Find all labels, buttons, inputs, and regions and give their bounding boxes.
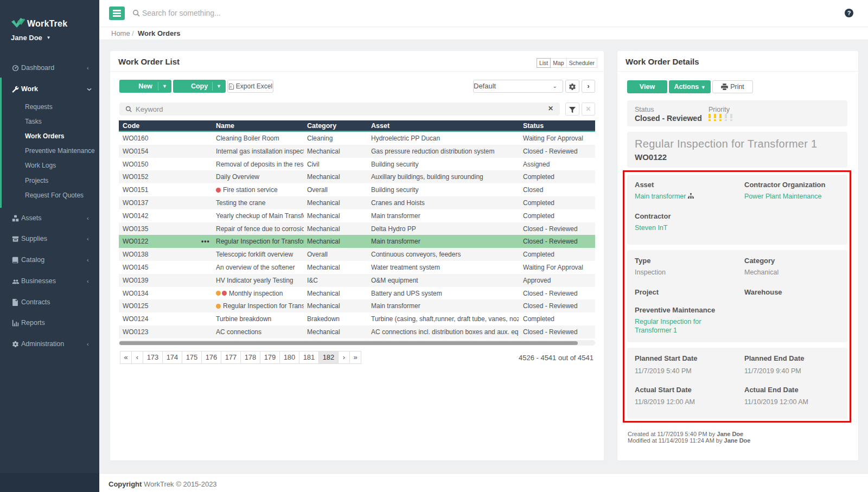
svg-text:x: x	[230, 85, 232, 88]
